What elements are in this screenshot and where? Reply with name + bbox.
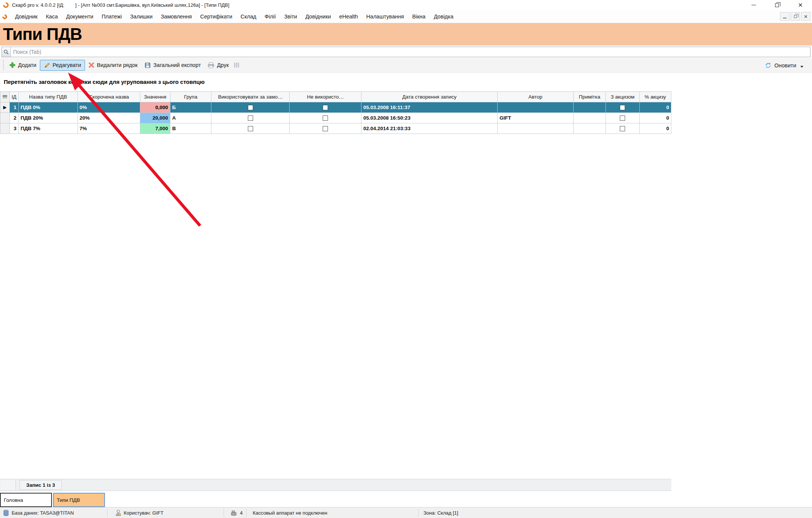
- add-button[interactable]: Додати: [6, 60, 40, 70]
- checkbox[interactable]: [620, 105, 625, 110]
- cell-excise[interactable]: [606, 102, 639, 113]
- delete-row-button[interactable]: Видалити рядок: [85, 60, 141, 70]
- plus-icon: [9, 62, 15, 68]
- cell-excise_pct[interactable]: 0: [640, 123, 671, 134]
- cell-not_used[interactable]: [290, 102, 361, 113]
- toolbar-grip-handle[interactable]: [2, 60, 4, 70]
- cell-use_default[interactable]: [211, 102, 290, 113]
- cell-excise[interactable]: [606, 123, 639, 134]
- cell-date[interactable]: 05.03.2008 16:50:23: [361, 113, 498, 123]
- cell-note[interactable]: [574, 113, 606, 123]
- menu-item-сертифікати[interactable]: Сертифікати: [196, 11, 236, 22]
- cell-author[interactable]: GIFT: [498, 113, 574, 123]
- menu-item-документи[interactable]: Документи: [62, 11, 97, 22]
- cell-name[interactable]: ПДВ 7%: [19, 123, 78, 134]
- cell-not_used[interactable]: [290, 123, 361, 134]
- column-header-group[interactable]: Група: [170, 92, 211, 102]
- cell-value[interactable]: 7,000: [140, 123, 170, 134]
- menu-item-платежі[interactable]: Платежі: [97, 11, 126, 22]
- columns-icon: [234, 62, 240, 68]
- menu-item-звіти[interactable]: Звіти: [280, 11, 301, 22]
- column-header-value[interactable]: Значення: [140, 92, 170, 102]
- edit-button[interactable]: Редагувати: [40, 60, 85, 71]
- column-chooser-button[interactable]: [232, 60, 241, 70]
- cell-short[interactable]: 7%: [78, 123, 141, 134]
- refresh-button[interactable]: Оновити: [761, 60, 807, 71]
- checkbox[interactable]: [323, 115, 328, 121]
- menu-item-філії[interactable]: Філії: [260, 11, 280, 22]
- column-header-excise[interactable]: З акцизом: [606, 92, 639, 102]
- checkbox[interactable]: [620, 115, 625, 121]
- cell-group[interactable]: Б: [170, 102, 211, 113]
- menu-item-вікна[interactable]: Вікна: [408, 11, 430, 22]
- mdi-close-button[interactable]: ×: [801, 12, 810, 21]
- column-header-id[interactable]: ІД: [10, 92, 19, 102]
- checkbox[interactable]: [620, 126, 625, 131]
- window-close-button[interactable]: ×: [789, 0, 812, 10]
- cell-use_default[interactable]: [211, 113, 290, 123]
- menu-item-замовлення[interactable]: Замовлення: [157, 11, 196, 22]
- cell-date[interactable]: 05.03.2008 16:11:37: [361, 102, 498, 113]
- cell-excise_pct[interactable]: 0: [640, 102, 671, 113]
- print-button[interactable]: Друк: [204, 60, 232, 70]
- cell-id[interactable]: 2: [10, 113, 19, 123]
- record-navigator-box[interactable]: [1, 480, 16, 490]
- cell-short[interactable]: 0%: [78, 102, 141, 113]
- column-header-note[interactable]: Примітка: [574, 92, 606, 102]
- checkbox[interactable]: [323, 105, 328, 110]
- column-header-name[interactable]: Назва типу ПДВ: [19, 92, 78, 102]
- search-button[interactable]: [2, 47, 11, 57]
- export-button[interactable]: Загальний експорт: [141, 60, 204, 70]
- window-restore-button[interactable]: [765, 0, 789, 10]
- column-header-author[interactable]: Автор: [498, 92, 574, 102]
- mdi-minimize-button[interactable]: [780, 12, 789, 21]
- cell-excise_pct[interactable]: 0: [640, 113, 671, 123]
- table-row[interactable]: 3ПДВ 7%7%7,000В02.04.2014 21:03:330: [0, 123, 671, 134]
- cell-not_used[interactable]: [290, 113, 361, 123]
- search-input[interactable]: [11, 49, 810, 55]
- cell-id[interactable]: 3: [10, 123, 19, 134]
- cell-note[interactable]: [574, 102, 606, 113]
- cell-name[interactable]: ПДВ 0%: [19, 102, 78, 113]
- mdi-restore-button[interactable]: [791, 12, 800, 21]
- menu-item-склад[interactable]: Склад: [237, 11, 261, 22]
- menu-item-довідка[interactable]: Довідка: [430, 11, 457, 22]
- cell-note[interactable]: [574, 123, 606, 134]
- menu-item-каса[interactable]: Каса: [42, 11, 62, 22]
- menu-item-довідники[interactable]: Довідники: [301, 11, 335, 22]
- cell-excise[interactable]: [606, 113, 639, 123]
- cell-group[interactable]: А: [170, 113, 211, 123]
- cell-author[interactable]: [498, 102, 574, 113]
- column-header-excise_pct[interactable]: % акцизу: [640, 92, 671, 102]
- cell-date[interactable]: 02.04.2014 21:03:33: [361, 123, 498, 134]
- column-header-short[interactable]: Скорочена назва: [78, 92, 141, 102]
- checkbox[interactable]: [323, 126, 328, 131]
- window-tab-типи-пдв[interactable]: Типи ПДВ: [53, 493, 105, 507]
- cell-group[interactable]: В: [170, 123, 211, 134]
- cell-value[interactable]: 0,000: [140, 102, 170, 113]
- zone-label: Зона: Склад [1]: [423, 510, 458, 516]
- cell-id[interactable]: 1: [10, 102, 19, 113]
- checkbox[interactable]: [248, 126, 253, 131]
- row-indicator-cell: ▶: [0, 102, 10, 113]
- cell-author[interactable]: [498, 123, 574, 134]
- checkbox[interactable]: [248, 115, 253, 121]
- menu-item-залишки[interactable]: Залишки: [126, 11, 156, 22]
- vat-types-grid: ІДНазва типу ПДВСкорочена назваЗначенняГ…: [0, 91, 671, 134]
- cell-short[interactable]: 20%: [78, 113, 141, 123]
- menu-item-ehealth[interactable]: eHealth: [335, 11, 362, 22]
- column-header-date[interactable]: Дата створення запису: [361, 92, 498, 102]
- checkbox[interactable]: [248, 105, 253, 110]
- cell-use_default[interactable]: [211, 123, 290, 134]
- cell-name[interactable]: ПДВ 20%: [19, 113, 78, 123]
- group-by-hint: Перетягніть заголовок колонки сюди для у…: [4, 79, 812, 85]
- table-row[interactable]: ▶1ПДВ 0%0%0,000Б05.03.2008 16:11:370: [0, 102, 671, 113]
- table-row[interactable]: 2ПДВ 20%20%20,000А05.03.2008 16:50:23GIF…: [0, 113, 671, 123]
- window-minimize-button[interactable]: [742, 0, 765, 10]
- cell-value[interactable]: 20,000: [140, 113, 170, 123]
- menu-item-налаштування[interactable]: Налаштування: [362, 11, 408, 22]
- column-header-use_default[interactable]: Використовувати за замо…: [211, 92, 290, 102]
- window-tab-головна[interactable]: Головна: [0, 493, 52, 507]
- menu-item-довідник[interactable]: Довідник: [11, 11, 42, 22]
- column-header-not_used[interactable]: Не використо…: [290, 92, 361, 102]
